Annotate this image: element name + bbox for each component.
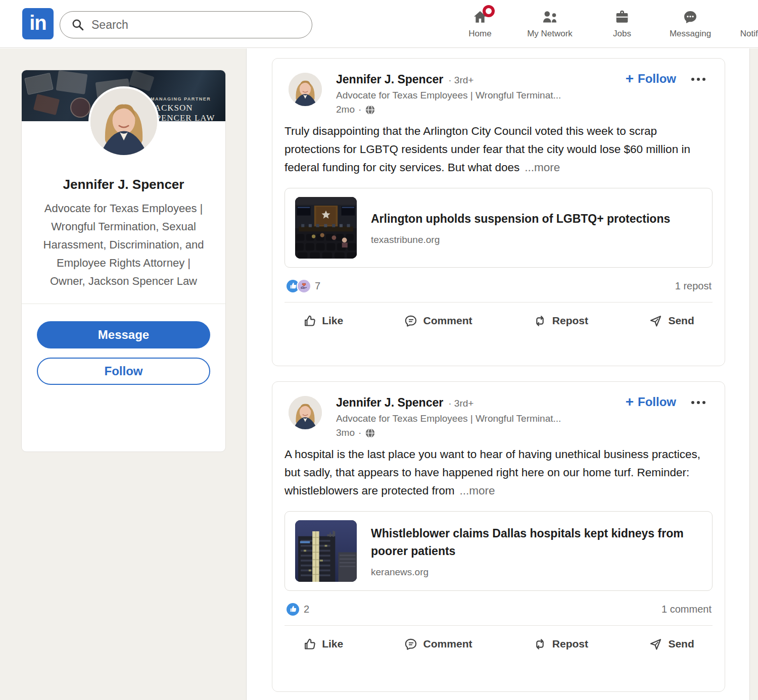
profile-card: MANAGING PARTNER JACKSON SPENCER LAW Jen… [21, 70, 226, 452]
linkedin-logo-text: in [29, 12, 46, 34]
jobs-icon [614, 9, 630, 26]
search-input[interactable] [91, 18, 294, 32]
connection-degree: · 3rd+ [448, 398, 473, 409]
link-meta: Whistleblower claims Dallas hospitals ke… [371, 525, 702, 578]
post-author-name[interactable]: Jennifer J. Spencer [336, 73, 443, 86]
comment-button[interactable]: Comment [397, 309, 480, 333]
notifications-icon [755, 9, 758, 26]
banner-line2: JACKSON SPENCER LAW [151, 103, 225, 121]
social-counts-row: 7 1 repost [286, 278, 712, 294]
support-reaction-icon [297, 279, 311, 293]
send-icon [649, 314, 662, 328]
like-button[interactable]: Like [296, 632, 350, 656]
post-text: Truly disappointing that the Arlington C… [272, 115, 725, 177]
profile-name: Jennifer J. Spencer [22, 177, 225, 192]
reaction-icons[interactable] [286, 602, 300, 617]
comment-icon [404, 314, 418, 328]
linkedin-logo[interactable]: in [22, 8, 54, 39]
repost-icon [533, 314, 547, 328]
notification-badge [483, 5, 495, 17]
post-text: A hospital is the last place you want to… [272, 438, 725, 500]
search-bar[interactable] [60, 11, 312, 38]
banner-badge-decoration [24, 73, 54, 95]
my-network-icon [541, 9, 558, 26]
post-author-meta: Jennifer J. Spencer · 3rd+ Advocate for … [336, 73, 561, 115]
post-link-card[interactable]: Arlington upholds suspension of LGBTQ+ p… [285, 188, 713, 268]
link-thumbnail-council-chamber [295, 197, 357, 259]
see-more-link[interactable]: ...more [459, 484, 495, 497]
banner-text: MANAGING PARTNER JACKSON SPENCER LAW [151, 96, 225, 121]
post-author-avatar[interactable] [289, 396, 322, 429]
plus-icon: + [626, 394, 634, 410]
nav-label-messaging: Messaging [670, 29, 711, 39]
nav-item-notifications[interactable]: Notifications [731, 0, 758, 48]
messaging-icon [682, 9, 698, 26]
connection-degree: · 3rd+ [448, 75, 473, 86]
send-button[interactable]: Send [642, 309, 701, 333]
globe-icon [365, 105, 375, 115]
social-counts-row: 2 1 comment [286, 601, 712, 617]
nav-item-home[interactable]: Home [455, 0, 505, 48]
nav-label-notifications: Notifications [740, 29, 758, 39]
feed-post: Jennifer J. Spencer · 3rd+ Advocate for … [272, 381, 725, 692]
banner-badge-decoration [33, 94, 60, 115]
post-overflow-menu-icon[interactable] [688, 75, 708, 84]
send-button[interactable]: Send [642, 632, 701, 656]
like-button[interactable]: Like [296, 309, 350, 333]
post-follow-button[interactable]: + Follow [626, 394, 676, 410]
banner-badge-decoration [70, 97, 90, 118]
profile-headline: Advocate for Texas Employees | Wrongful … [41, 199, 206, 290]
link-thumbnail-hospital-building [295, 520, 357, 582]
comments-count[interactable]: 1 comment [661, 604, 712, 615]
post-author-headline: Advocate for Texas Employees | Wrongful … [336, 413, 561, 424]
post-action-bar: Like Comment Repost Send [272, 626, 725, 662]
like-icon [303, 314, 316, 328]
nav-item-messaging[interactable]: Messaging [650, 0, 731, 48]
reactions-count[interactable]: 7 [315, 280, 320, 292]
reaction-icons[interactable] [286, 279, 311, 293]
left-rail-background: MANAGING PARTNER JACKSON SPENCER LAW Jen… [0, 48, 247, 700]
post-author-meta: Jennifer J. Spencer · 3rd+ Advocate for … [336, 396, 561, 438]
link-meta: Arlington upholds suspension of LGBTQ+ p… [371, 210, 670, 245]
post-header: Jennifer J. Spencer · 3rd+ Advocate for … [272, 382, 725, 438]
nav-items: Home My Network Jobs [455, 0, 758, 48]
post-author-avatar[interactable] [289, 73, 322, 106]
comment-button[interactable]: Comment [397, 632, 480, 656]
right-strip-background [749, 48, 758, 700]
repost-button[interactable]: Repost [526, 309, 595, 333]
reposts-count[interactable]: 1 repost [675, 280, 712, 292]
search-icon [71, 18, 84, 31]
see-more-link[interactable]: ...more [525, 161, 560, 174]
like-icon [303, 637, 316, 651]
message-button[interactable]: Message [37, 321, 210, 348]
repost-icon [533, 637, 547, 651]
link-title: Arlington upholds suspension of LGBTQ+ p… [371, 210, 670, 228]
banner-line1: MANAGING PARTNER [151, 96, 225, 102]
feed-post: Jennifer J. Spencer · 3rd+ Advocate for … [272, 58, 725, 366]
repost-button[interactable]: Repost [526, 632, 595, 656]
post-timestamp: 3mo· [336, 427, 561, 438]
post-action-bar: Like Comment Repost Send [272, 303, 725, 339]
plus-icon: + [626, 71, 634, 87]
nav-label-my-network: My Network [527, 29, 573, 39]
link-title: Whistleblower claims Dallas hospitals ke… [371, 525, 702, 560]
follow-button[interactable]: Follow [37, 358, 210, 385]
profile-avatar[interactable] [88, 86, 159, 157]
post-overflow-menu-icon[interactable] [688, 398, 708, 407]
post-author-name[interactable]: Jennifer J. Spencer [336, 396, 443, 410]
nav-item-my-network[interactable]: My Network [505, 0, 594, 48]
post-author-headline: Advocate for Texas Employees | Wrongful … [336, 90, 561, 101]
link-source: keranews.org [371, 567, 702, 578]
like-reaction-icon [286, 602, 300, 617]
send-icon [649, 637, 662, 651]
globe-icon [365, 428, 375, 438]
comment-icon [404, 637, 418, 651]
nav-item-jobs[interactable]: Jobs [594, 0, 650, 48]
post-timestamp: 2mo· [336, 104, 561, 115]
top-navbar: in Home My Network [0, 0, 758, 48]
post-link-card[interactable]: Whistleblower claims Dallas hospitals ke… [285, 511, 713, 591]
reactions-count[interactable]: 2 [304, 604, 309, 615]
nav-label-home: Home [468, 29, 491, 39]
post-header: Jennifer J. Spencer · 3rd+ Advocate for … [272, 59, 725, 115]
post-follow-button[interactable]: + Follow [626, 71, 676, 87]
